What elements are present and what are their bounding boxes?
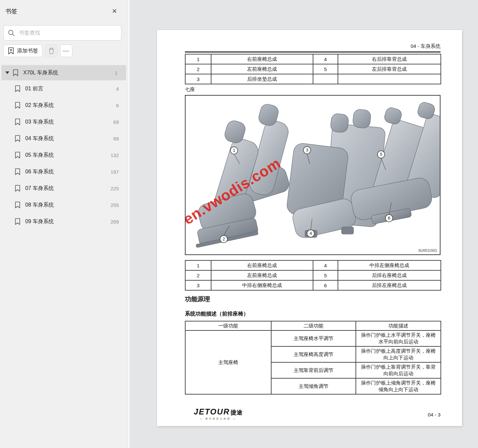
page-header: 04 - 车身系统: [185, 43, 440, 49]
cell: 3: [185, 280, 211, 290]
bookmark-page-number: 225: [111, 186, 119, 191]
cell: 中排左侧座椅总成: [338, 260, 441, 270]
cell: 2: [185, 270, 211, 280]
footer-page-number: 04 - 3: [185, 412, 440, 417]
bookmark-search-box[interactable]: [3, 25, 121, 41]
figure-caption: SU0011501: [418, 248, 437, 252]
seat-figure: 1 2 3 4 5 6 en.vwodis.com SU0011501: [185, 95, 440, 255]
close-icon[interactable]: ✕: [110, 7, 119, 15]
bookmark-root-item[interactable]: X70L 车身系统 1: [1, 65, 126, 80]
brand-tagline: — 用行动定义旅途 —: [185, 417, 251, 420]
bookmark-icon: [15, 102, 21, 109]
middle-row-illustration: [286, 109, 385, 239]
cell: 1: [185, 54, 211, 64]
bookmark-actions: 添加书签 ···: [3, 45, 72, 57]
cell: 右后排靠背总成: [338, 54, 441, 64]
bookmark-page-number: 4: [116, 86, 119, 92]
table-row: 1 右前座椅总成 4 中排左侧座椅总成: [185, 260, 441, 270]
bookmark-page-number: 132: [111, 152, 119, 158]
seven-seat-table: 1 右前座椅总成 4 中排左侧座椅总成 2 左前座椅总成 5 后排右座椅总成 3…: [185, 260, 441, 291]
cell: 后排坐垫总成: [211, 74, 313, 84]
bookmark-item-03[interactable]: 03 车身系统 69: [0, 114, 127, 130]
bookmark-label: 05 车身系统: [25, 152, 54, 159]
panel-resizer[interactable]: [127, 0, 130, 448]
cell: 右前座椅总成: [211, 260, 313, 270]
document-viewport[interactable]: 04 - 车身系统 1 右前座椅总成 4 右后排靠背总成 2 左前座椅总成 5 …: [130, 0, 478, 448]
search-input[interactable]: [19, 30, 117, 36]
bookmark-page-number: 89: [113, 136, 119, 141]
expand-caret-icon[interactable]: [5, 71, 9, 74]
bookmark-page-number: 6: [116, 103, 119, 108]
cell: 6: [313, 280, 338, 290]
cell: 左后排靠背总成: [338, 64, 441, 74]
bookmark-item-06[interactable]: 06 车身系统 197: [0, 163, 127, 180]
function-table: 一级功能 二级功能 功能描述 主驾座椅 主驾座椅水平调节 操作门护板上水平调节开…: [185, 321, 441, 395]
header-cell: 二级功能: [271, 321, 356, 330]
bookmark-item-02[interactable]: 02 车身系统 6: [0, 97, 127, 114]
bookmark-icon: [15, 151, 21, 159]
bookmark-item-04[interactable]: 04 车身系统 89: [0, 130, 127, 147]
search-icon: [8, 29, 15, 37]
bookmark-item-09[interactable]: 09 车身系统 269: [0, 213, 127, 230]
bookmark-item-01[interactable]: 01 前言 4: [0, 80, 127, 97]
delete-bookmark-button[interactable]: [45, 45, 57, 57]
callout-4: 4: [309, 231, 312, 236]
bookmark-icon: [15, 168, 21, 175]
bookmarks-panel: 书签 ✕ 添加书签 ···: [0, 0, 127, 448]
cell: 4: [313, 54, 338, 64]
cell: 主驾靠背前后调节: [271, 362, 356, 378]
pdf-page: 04 - 车身系统 1 右前座椅总成 4 右后排靠背总成 2 左前座椅总成 5 …: [157, 30, 462, 426]
table-row: 主驾座椅 主驾座椅水平调节 操作门护板上水平调节开关，座椅水平向前向后运动: [185, 330, 441, 346]
function-principle-heading: 功能原理: [185, 295, 210, 304]
cell: 5: [313, 270, 338, 280]
bookmark-icon: [15, 185, 21, 192]
bookmark-item-08[interactable]: 08 车身系统 255: [0, 197, 127, 213]
add-bookmark-button[interactable]: 添加书签: [3, 45, 42, 57]
cell: 操作门护板上高度调节开关，座椅向上向下运动: [356, 346, 441, 362]
bookmark-page-number: 1: [115, 70, 118, 76]
cell: 后排右座椅总成: [338, 270, 441, 280]
bookmark-icon: [15, 85, 21, 92]
cell: 中排右侧座椅总成: [211, 280, 313, 290]
header-cell: 功能描述: [356, 321, 441, 330]
bookmark-page-number: 197: [111, 169, 119, 175]
table-row: 1 右前座椅总成 4 右后排靠背总成: [185, 54, 441, 64]
bookmark-icon: [15, 218, 21, 225]
callout-2: 2: [222, 236, 225, 241]
callout-3: 3: [306, 147, 308, 152]
bookmark-label: 03 车身系统: [25, 119, 54, 126]
bookmark-item-05[interactable]: 05 车身系统 132: [0, 147, 127, 163]
bookmark-label: 07 车身系统: [25, 185, 54, 192]
bookmark-label: 02 车身系统: [25, 102, 54, 109]
bookmark-icon: [15, 118, 21, 126]
bookmark-plus-icon: [8, 47, 14, 55]
cell: 左前座椅总成: [211, 64, 313, 74]
bookmarks-panel-header: 书签 ✕: [0, 0, 127, 21]
bookmark-page-number: 69: [113, 119, 119, 125]
header-rule: [185, 51, 440, 52]
cell: 操作门护板上倾角调节开关，座椅倾角向上向下运动: [356, 378, 441, 394]
bookmark-label: 09 车身系统: [25, 218, 54, 225]
bookmark-label: 01 前言: [25, 85, 43, 92]
system-function-subheading: 系统功能描述（前排座椅）: [185, 311, 249, 317]
bookmarks-title: 书签: [5, 7, 17, 15]
bookmark-item-07[interactable]: 07 车身系统 225: [0, 180, 127, 197]
table-row: 2 左前座椅总成 5 左后排靠背总成: [185, 64, 441, 74]
more-options-button[interactable]: ···: [60, 45, 72, 57]
cell: 主驾倾角调节: [271, 378, 356, 394]
cell: 左前座椅总成: [211, 270, 313, 280]
cell: 操作门护板上水平调节开关，座椅水平向前向后运动: [356, 330, 441, 346]
bookmark-icon: [15, 135, 21, 142]
bookmark-label: X70L 车身系统: [23, 69, 58, 76]
bookmark-label: 04 车身系统: [25, 135, 54, 142]
more-icon: ···: [63, 48, 69, 53]
cell: 1: [185, 260, 211, 270]
group-cell: 主驾座椅: [185, 330, 271, 394]
seven-seat-label: 七座: [185, 86, 195, 93]
bookmark-icon: [15, 201, 21, 209]
bookmark-label: 08 车身系统: [25, 202, 54, 209]
callout-1: 1: [233, 148, 235, 153]
five-seat-table: 1 右前座椅总成 4 右后排靠背总成 2 左前座椅总成 5 左后排靠背总成 3 …: [185, 54, 441, 84]
cell: 操作门护板上靠背调节开关，靠背向前向后运动: [356, 362, 441, 378]
callout-5: 5: [380, 152, 382, 157]
